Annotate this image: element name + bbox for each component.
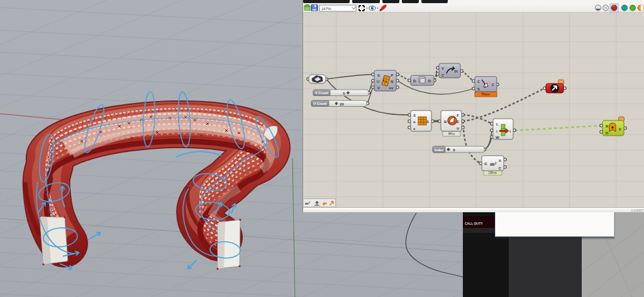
svg-text:20: 20 bbox=[340, 102, 344, 106]
svg-text:Pl: Pl bbox=[454, 70, 458, 73]
svg-text:L: L bbox=[496, 122, 499, 126]
svg-text:S: S bbox=[377, 73, 380, 77]
svg-text:S: S bbox=[477, 87, 480, 91]
svg-text:D: D bbox=[428, 79, 431, 83]
svg-text:F: F bbox=[457, 114, 459, 117]
svg-text:147%: 147% bbox=[321, 7, 331, 11]
svg-text:u: u bbox=[413, 120, 416, 124]
svg-text:C: C bbox=[499, 166, 502, 170]
svg-text:E: E bbox=[619, 127, 621, 131]
svg-text:Index: Index bbox=[435, 148, 444, 152]
svg-text:C: C bbox=[492, 83, 495, 87]
svg-text:D: D bbox=[606, 131, 609, 135]
svg-text:D: D bbox=[413, 79, 416, 83]
svg-text:75ms: 75ms bbox=[481, 92, 490, 96]
svg-text:m²: m² bbox=[305, 201, 310, 206]
svg-text:U: U bbox=[377, 80, 379, 84]
svg-text:S: S bbox=[426, 120, 429, 124]
svg-text:P: P bbox=[391, 73, 393, 77]
svg-text:N: N bbox=[391, 80, 393, 84]
svg-text:V: V bbox=[441, 67, 444, 70]
svg-text:C: C bbox=[441, 73, 445, 77]
svg-text:V Count: V Count bbox=[315, 91, 328, 95]
svg-text:15ms: 15ms bbox=[488, 171, 497, 175]
svg-text:8ms: 8ms bbox=[448, 132, 455, 136]
svg-text:W: W bbox=[496, 136, 499, 139]
svg-text:U Count: U Count bbox=[313, 102, 327, 105]
svg-text:C: C bbox=[477, 80, 480, 84]
svg-text:B: B bbox=[606, 124, 609, 128]
svg-text:S: S bbox=[413, 114, 416, 117]
svg-text:B: B bbox=[444, 120, 447, 124]
svg-text:A: A bbox=[499, 159, 502, 163]
svg-text:V: V bbox=[377, 86, 380, 90]
svg-text:V: V bbox=[457, 127, 459, 131]
svg-text:uv: uv bbox=[389, 86, 394, 90]
svg-text:G: G bbox=[484, 162, 487, 166]
svg-text:m²: m² bbox=[490, 161, 496, 167]
